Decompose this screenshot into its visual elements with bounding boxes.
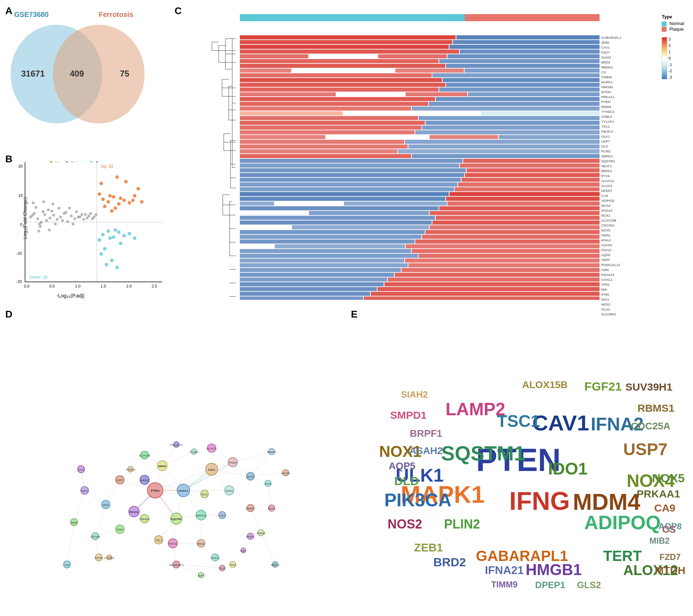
- svg-rect-130: [240, 54, 308, 59]
- svg-rect-247: [364, 296, 600, 300]
- svg-rect-150: [240, 92, 336, 97]
- word-dpep1: DPEP1: [535, 580, 565, 590]
- svg-rect-185: [240, 163, 459, 168]
- svg-rect-207: [240, 211, 308, 215]
- ytick-10: 10: [18, 193, 23, 198]
- word-ca9: CA9: [654, 502, 675, 514]
- svg-point-76: [99, 252, 103, 256]
- svg-point-37: [93, 216, 96, 218]
- node-hmgb1-label: HMGB1: [140, 479, 150, 482]
- svg-rect-160: [240, 111, 342, 115]
- word-plin2: PLIN2: [444, 517, 480, 531]
- svg-rect-133: [448, 54, 600, 59]
- svg-rect-146: [240, 83, 445, 87]
- node-yy1ap1-label: YY1AP1: [189, 451, 199, 453]
- svg-rect-178: [408, 145, 600, 149]
- svg-rect-173: [430, 135, 498, 139]
- word-suv39h1: SUV39H1: [625, 381, 672, 393]
- gene-labels: GABARAPL1 ZEB1 CAV1 FZD7 SIAH2 BRD2 RBMS…: [601, 35, 649, 300]
- svg-rect-238: [240, 278, 387, 282]
- node-suv39h1-label: SUV39H1: [104, 557, 115, 559]
- svg-rect-152: [406, 92, 467, 97]
- word-tert: TERT: [603, 548, 642, 564]
- svg-rect-223: [240, 244, 274, 248]
- svg-rect-172: [326, 135, 429, 139]
- svg-rect-182: [412, 154, 600, 158]
- xtick-05: 0.5: [49, 284, 55, 288]
- color-scale: 3 2 1 0 -1 -2 -3: [662, 37, 684, 79]
- svg-line-292: [95, 505, 106, 536]
- svg-point-40: [37, 230, 40, 232]
- svg-rect-149: [439, 87, 600, 92]
- svg-point-12: [59, 216, 62, 218]
- svg-rect-168: [422, 126, 600, 130]
- svg-point-43: [51, 203, 54, 205]
- svg-point-16: [70, 215, 73, 217]
- svg-rect-159: [412, 107, 600, 111]
- plaque-bar: [465, 14, 600, 21]
- svg-rect-211: [436, 216, 600, 220]
- word-siah2: SIAH2: [401, 389, 428, 400]
- svg-line-278: [250, 452, 272, 476]
- venn-circle-ferrotosis: [53, 25, 145, 123]
- node-adipoq-label: ADIPOQ: [196, 514, 206, 517]
- xtick-25: 2.5: [152, 284, 157, 288]
- node-etv4-label: ETV4: [219, 567, 225, 570]
- svg-point-39: [32, 201, 35, 204]
- type-legend-plaque: Plaque: [662, 26, 684, 32]
- svg-point-65: [112, 235, 115, 239]
- svg-line-295: [67, 522, 74, 564]
- word-asah2: ASAH2: [409, 445, 443, 456]
- svg-rect-235: [402, 268, 600, 272]
- node-tsc1-label: TSC1: [155, 539, 162, 542]
- node-tfr2-label: TFR2: [230, 563, 236, 567]
- venn-num-center: 409: [70, 69, 84, 79]
- svg-point-54: [128, 201, 131, 205]
- node-amn-label: AMN: [71, 521, 77, 524]
- svg-rect-175: [240, 140, 404, 144]
- panel-e-label: E: [351, 309, 358, 320]
- word-nox5: NOX5: [652, 471, 685, 485]
- svg-point-18: [65, 211, 67, 214]
- word-alox15b: ALOX15B: [522, 379, 567, 390]
- word-brpf1: BRPF1: [410, 428, 442, 439]
- svg-rect-124: [240, 40, 452, 44]
- svg-rect-122: [240, 35, 456, 40]
- top-color-bar: [240, 14, 600, 21]
- svg-rect-201: [240, 201, 274, 206]
- svg-rect-166: [426, 121, 600, 125]
- svg-line-296: [74, 490, 85, 522]
- svg-rect-142: [240, 73, 432, 78]
- svg-point-10: [56, 218, 59, 221]
- ytick-n10: -10: [16, 251, 22, 255]
- xtick-1: 1.0: [75, 284, 80, 288]
- node-panx2-label: PANX2: [246, 507, 255, 510]
- svg-point-8: [49, 217, 51, 219]
- node-mtdh-label: MTDH: [95, 556, 103, 560]
- svg-rect-198: [450, 192, 600, 196]
- svg-point-7: [42, 210, 44, 213]
- node-nox4-label: NOX4: [226, 489, 233, 493]
- left-dendrogram: [197, 35, 240, 300]
- svg-rect-240: [240, 282, 384, 286]
- svg-point-61: [115, 175, 119, 179]
- svg-point-62: [124, 180, 128, 183]
- svg-rect-190: [465, 173, 600, 177]
- svg-rect-153: [468, 92, 600, 97]
- gradient-bar: [662, 37, 667, 79]
- svg-rect-132: [378, 54, 446, 59]
- svg-point-69: [108, 236, 112, 240]
- yaxis-label: Log₂(Fold Change): [22, 197, 28, 239]
- svg-rect-171: [240, 135, 326, 139]
- word-ifng: IFNG: [509, 487, 570, 515]
- svg-rect-135: [439, 59, 600, 63]
- svg-rect-154: [240, 97, 435, 101]
- xtick-15: 1.5: [101, 284, 106, 288]
- svg-rect-246: [240, 296, 363, 300]
- svg-rect-196: [455, 187, 600, 192]
- svg-point-68: [98, 238, 101, 242]
- svg-rect-156: [240, 102, 428, 106]
- svg-rect-218: [426, 230, 600, 234]
- word-brd2: BRD2: [433, 555, 466, 569]
- panel-c: C Type Normal Plaque 3 2 1 0 -1 -2 -3: [173, 4, 688, 303]
